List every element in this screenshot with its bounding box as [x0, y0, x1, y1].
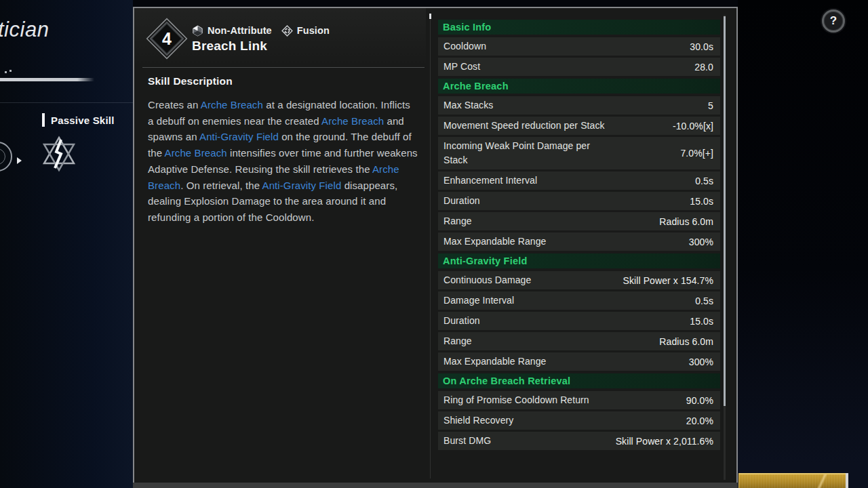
non-attribute-icon: [192, 25, 203, 37]
help-button-label: ?: [830, 14, 837, 28]
stat-value: 0.5s: [695, 176, 713, 186]
stat-row: Ring of Promise Cooldown Return90.0%: [438, 391, 720, 409]
stat-value: 0.5s: [695, 296, 713, 306]
stat-section-header: Basic Info: [438, 20, 720, 35]
stat-row: RangeRadius 6.0m: [438, 332, 720, 350]
skill-wheel-icon-partial[interactable]: [0, 142, 12, 171]
stat-value: Radius 6.0m: [659, 216, 713, 227]
stat-label: Max Expandable Range: [443, 354, 546, 369]
keyword-text: Anti-Gravity Field: [262, 180, 342, 191]
passive-skill-icon[interactable]: [43, 136, 75, 172]
stat-row: Max Expandable Range300%: [438, 232, 720, 251]
panel-bottom-frame: [133, 483, 738, 488]
skill-title: Breach Link: [192, 39, 267, 54]
stat-label: Continuous Damage: [443, 273, 531, 287]
stat-value: 7.0%[+]: [680, 148, 713, 159]
tick-marks: [5, 71, 7, 73]
skill-tag-label: Non-Attribute: [208, 25, 272, 36]
stat-row: Shield Recovery20.0%: [438, 411, 720, 430]
stat-value: 30.0s: [690, 41, 713, 52]
stat-label: Max Stacks: [443, 98, 493, 113]
character-name-partial: tician: [0, 18, 49, 42]
stat-row: RangeRadius 6.0m: [438, 212, 720, 230]
stat-label: Shield Recovery: [443, 413, 513, 428]
description-text: . On retrieval, the: [180, 180, 262, 191]
stat-label: Enhancement Interval: [443, 174, 537, 188]
section-divider-line: [0, 102, 133, 103]
stat-label: Incoming Weak Point Damage per Stack: [443, 139, 611, 167]
stat-label: Damage Interval: [443, 293, 514, 308]
stat-value: Radius 6.0m: [659, 336, 713, 347]
scrollbar-thumb[interactable]: [724, 16, 726, 406]
skill-level-badge: 4: [149, 21, 184, 56]
stat-row: Incoming Weak Point Damage per Stack7.0%…: [438, 137, 720, 169]
fusion-icon: [281, 25, 293, 37]
stat-section-header: Arche Breach: [438, 79, 720, 94]
wheel-pointer-icon: [17, 157, 22, 164]
stat-value: 5: [708, 100, 713, 111]
tag-row: Non-AttributeFusion: [192, 24, 330, 37]
stat-label: Burst DMG: [443, 434, 491, 448]
header-divider: [142, 67, 425, 68]
stat-value: -10.0%[x]: [673, 121, 713, 131]
skill-tag-label: Fusion: [297, 25, 330, 36]
stat-row: Enhancement Interval0.5s: [438, 171, 720, 190]
stat-value: 90.0%: [686, 395, 713, 406]
stat-value: Skill Power x 154.7%: [623, 275, 713, 286]
stat-section-header: On Arche Breach Retrieval: [438, 373, 720, 388]
stat-row: Burst DMGSkill Power x 2,011.6%: [438, 432, 720, 450]
passive-skill-label: Passive Skill: [51, 115, 115, 126]
stat-row: Damage Interval0.5s: [438, 291, 720, 310]
keyword-text: Arche Breach: [321, 115, 384, 127]
gold-panel-fragment: [738, 473, 846, 488]
stat-row: Movement Speed reduction per Stack-10.0%…: [438, 117, 720, 135]
scrollbar-track[interactable]: [724, 15, 726, 480]
stat-value: 20.0%: [686, 415, 713, 426]
skill-description-text: Creates an Arche Breach at a designated …: [148, 97, 418, 226]
stat-label: Max Expandable Range: [443, 235, 546, 249]
skill-tag: Fusion: [281, 25, 330, 37]
stat-label: MP Cost: [443, 60, 480, 74]
stat-row: Max Expandable Range300%: [438, 352, 720, 371]
stat-label: Range: [443, 214, 472, 228]
background-left: tician Passive Skill: [0, 0, 133, 488]
skill-description-heading: Skill Description: [148, 75, 233, 87]
stat-label: Duration: [443, 194, 480, 208]
stat-label: Duration: [443, 314, 480, 328]
stat-row: Cooldown30.0s: [438, 37, 720, 56]
skill-tag: Non-Attribute: [192, 25, 272, 37]
stat-label: Ring of Promise Cooldown Return: [443, 393, 589, 407]
stat-label: Cooldown: [443, 39, 486, 54]
help-button[interactable]: ?: [822, 9, 845, 33]
stat-label: Movement Speed reduction per Stack: [443, 119, 605, 133]
progress-line: [0, 78, 94, 81]
stat-row: Duration15.0s: [438, 312, 720, 330]
stat-value: 15.0s: [690, 196, 713, 207]
stat-label: Range: [443, 334, 472, 348]
keyword-text: Arche Breach: [201, 99, 263, 110]
stat-value: 300%: [689, 357, 713, 367]
stat-value: 300%: [689, 237, 713, 247]
description-text: Creates an: [148, 99, 201, 110]
stat-row: MP Cost28.0: [438, 58, 720, 76]
passive-skill-header: Passive Skill: [42, 113, 115, 127]
keyword-text: Anti-Gravity Field: [199, 131, 279, 142]
background-right: [738, 0, 868, 488]
keyword-text: Arche Breach: [165, 147, 227, 159]
skill-level-number: 4: [149, 21, 184, 56]
stat-value: Skill Power x 2,011.6%: [616, 436, 713, 447]
stat-value: 15.0s: [690, 316, 713, 327]
stat-section-header: Anti-Gravity Field: [438, 253, 720, 268]
stat-row: Duration15.0s: [438, 192, 720, 210]
stats-left-border: [430, 14, 431, 479]
skill-detail-panel: 4 Non-AttributeFusion Breach Link Skill …: [133, 7, 738, 483]
stat-row: Continuous DamageSkill Power x 154.7%: [438, 271, 720, 289]
stats-list: Basic InfoCooldown30.0sMP Cost28.0Arche …: [438, 20, 720, 452]
stat-row: Max Stacks5: [438, 96, 720, 115]
passive-skill-accent-bar: [42, 113, 45, 127]
stat-value: 28.0: [694, 62, 713, 73]
panel-body: 4 Non-AttributeFusion Breach Link Skill …: [134, 8, 736, 483]
